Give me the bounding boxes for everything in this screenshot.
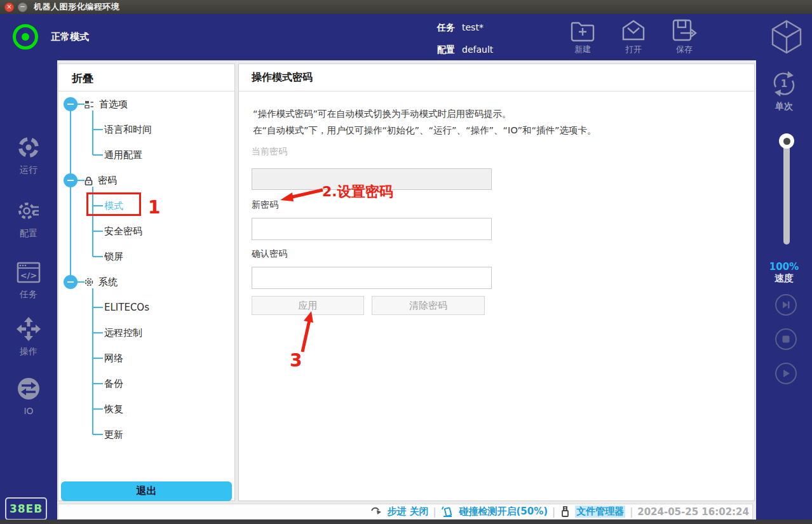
- left-sidebar: 运行 配置 </> 任务: [0, 60, 57, 520]
- single-cycle-icon[interactable]: 1: [770, 69, 798, 101]
- exit-button[interactable]: 退出: [61, 481, 232, 501]
- new-button[interactable]: 新建: [562, 19, 603, 58]
- swap-arrows-icon: [17, 377, 41, 403]
- tree-line: [92, 111, 93, 155]
- open-button[interactable]: 打开: [613, 19, 654, 58]
- tree-item-label: 安全密码: [104, 225, 142, 238]
- save-button[interactable]: 保存: [664, 19, 705, 58]
- tree-line: [92, 288, 93, 434]
- tree-item-label: 更新: [104, 429, 123, 441]
- task-value: test*: [462, 22, 484, 32]
- clear-password-button[interactable]: 清除密码: [372, 296, 485, 315]
- tree-item-preferences[interactable]: 首选项: [85, 97, 128, 111]
- tree-line: [78, 180, 85, 181]
- separator: |: [630, 506, 633, 518]
- robot-status-icon[interactable]: [13, 24, 38, 50]
- tree-item-label: 远程控制: [104, 327, 142, 339]
- gear-icon: [85, 278, 93, 286]
- description-line1: “操作模式密码”可在自动模式切换为手动模式时启用密码提示。: [253, 108, 511, 120]
- tree-item-label: 首选项: [99, 98, 128, 111]
- stop-button[interactable]: [775, 328, 797, 350]
- move-arrows-icon: [17, 317, 41, 344]
- speed-slider-thumb[interactable]: [779, 133, 794, 149]
- sidebar-item-label: IO: [24, 406, 33, 416]
- single-cycle-label: 单次: [756, 101, 812, 112]
- new-button-label: 新建: [574, 44, 591, 55]
- statusbar: 步进 关闭 | 碰撞检测开启(50%) | 文件管理器 | 2024-05-25…: [58, 504, 753, 520]
- collapse-toggle-icon[interactable]: [64, 173, 78, 187]
- tree-item-backup[interactable]: 备份: [104, 377, 123, 391]
- play-button[interactable]: [775, 363, 797, 384]
- save-button-label: 保存: [676, 44, 693, 55]
- sidebar-item-label: 任务: [20, 289, 37, 300]
- org-list-icon: [85, 100, 94, 109]
- tree-line: [93, 332, 103, 333]
- gear-list-icon: [17, 199, 41, 225]
- step-status[interactable]: 步进 关闭: [387, 506, 428, 518]
- confirm-password-label: 确认密码: [252, 248, 287, 260]
- right-sidebar: 1 单次 100% 速度: [756, 60, 812, 520]
- folder-plus-icon: [570, 19, 595, 42]
- tree-collapse-header[interactable]: 折叠: [72, 71, 93, 86]
- step-arrow-icon: [370, 506, 382, 517]
- play-icon: [780, 367, 792, 380]
- step-next-button[interactable]: [775, 294, 797, 316]
- speed-slider-track[interactable]: [783, 137, 790, 245]
- app-window: × − 机器人图形化编程环境 正常模式 任务 test* 配置 default …: [0, 0, 812, 524]
- annotation-arrow-icon: [273, 184, 327, 206]
- current-password-label: 当前密码: [252, 146, 287, 158]
- divider: [58, 91, 234, 91]
- titlebar: × − 机器人图形化编程环境: [0, 0, 812, 14]
- lock-icon: [85, 176, 93, 185]
- sidebar-item-label: 配置: [20, 228, 37, 239]
- tree-item-restore[interactable]: 恢复: [104, 402, 123, 416]
- new-password-field[interactable]: [252, 218, 492, 240]
- window-title: 机器人图形化编程环境: [34, 1, 119, 13]
- sidebar-item-jog[interactable]: 操作: [0, 317, 57, 358]
- tree-item-network[interactable]: 网络: [104, 351, 123, 365]
- single-cycle-count: 1: [781, 78, 787, 90]
- config-label: 配置: [437, 44, 455, 56]
- tree-item-general-config[interactable]: 通用配置: [104, 148, 142, 162]
- sidebar-item-config[interactable]: 配置: [0, 199, 57, 239]
- close-icon[interactable]: ×: [4, 3, 14, 12]
- confirm-password-field[interactable]: [252, 267, 492, 289]
- tree-line: [93, 383, 103, 384]
- separator: |: [433, 506, 436, 518]
- collapse-toggle-icon[interactable]: [64, 275, 78, 289]
- sidebar-item-task[interactable]: </> 任务: [0, 261, 57, 300]
- page-title: 操作模式密码: [252, 71, 313, 84]
- tree-item-lock-screen[interactable]: 锁屏: [104, 250, 123, 264]
- tree-item-update[interactable]: 更新: [104, 427, 123, 441]
- topbar: 正常模式 任务 test* 配置 default 新建 打开: [0, 14, 812, 60]
- collision-status[interactable]: 碰撞检测开启(50%): [459, 506, 548, 518]
- sidebar-item-io[interactable]: IO: [0, 377, 57, 416]
- config-value: default: [462, 44, 493, 55]
- tree-item-language-time[interactable]: 语言和时间: [104, 123, 152, 137]
- tree-item-label: 系统: [98, 276, 118, 288]
- tree-item-label: 备份: [104, 378, 123, 390]
- tree-item-elitecos[interactable]: ELITECOs: [104, 300, 149, 314]
- tree-line: [93, 129, 103, 130]
- tree-item-password[interactable]: 密码: [85, 173, 117, 187]
- sidebar-item-run[interactable]: 运行: [0, 135, 57, 176]
- collapse-toggle-icon[interactable]: [64, 97, 78, 111]
- tree-item-label: 锁屏: [104, 251, 123, 263]
- tree-line: [93, 434, 103, 435]
- annotation-step-1: 1: [148, 197, 160, 218]
- sidebar-item-label: 操作: [20, 346, 37, 358]
- status-badge: 38EB: [5, 497, 47, 520]
- divider: [239, 91, 754, 91]
- annotation-step-2: 2.设置密码: [322, 182, 393, 201]
- minimize-icon[interactable]: −: [18, 3, 27, 12]
- tree-line: [93, 408, 103, 410]
- skip-next-icon: [780, 299, 792, 311]
- mode-label: 正常模式: [51, 31, 89, 43]
- tree-item-safety-password[interactable]: 安全密码: [104, 224, 142, 238]
- tree-item-label: 密码: [98, 175, 117, 187]
- file-manager-status[interactable]: 文件管理器: [575, 506, 625, 518]
- tree-line: [93, 231, 103, 232]
- tree-item-system[interactable]: 系统: [85, 275, 118, 289]
- tree-item-remote-control[interactable]: 远程控制: [104, 326, 142, 340]
- robot-status-dot: [22, 33, 29, 41]
